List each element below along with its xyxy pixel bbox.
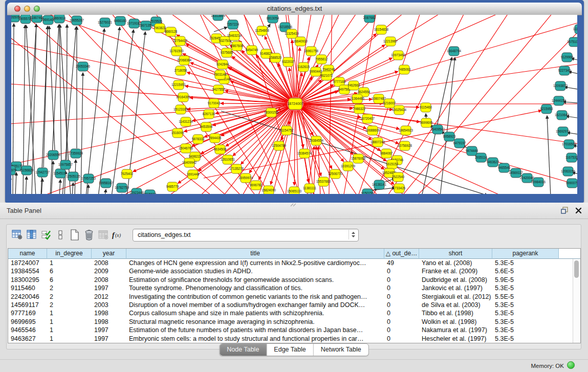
- node-label: 7515526: [150, 19, 163, 23]
- node-label: 17957253: [81, 177, 96, 180]
- delete-table-button[interactable]: [82, 229, 95, 241]
- column-header-short[interactable]: short: [419, 249, 492, 259]
- node-label: 1167531: [565, 156, 577, 159]
- table-row[interactable]: 969969511998Structural magnetic resonanc…: [8, 318, 580, 326]
- row-height-button[interactable]: [54, 229, 67, 241]
- table-cell: 1: [47, 326, 92, 334]
- node-label: 6466160: [114, 19, 127, 23]
- tab-edge-table[interactable]: Edge Table: [266, 344, 313, 356]
- node-label: 11761500: [169, 49, 184, 53]
- memory-status-label: Memory: OK: [531, 363, 564, 369]
- table-toolbar: f (x) citations_edges.txt: [11, 228, 359, 242]
- node-label: 8958923: [443, 135, 456, 138]
- node-label: 9453594: [200, 125, 213, 128]
- column-header-name[interactable]: name: [8, 249, 47, 259]
- float-window-icon[interactable]: [561, 207, 568, 214]
- table-cell: 49: [384, 259, 419, 267]
- column-header-title[interactable]: title: [126, 249, 384, 259]
- node-label: 12063156: [561, 169, 576, 173]
- function-builder-button[interactable]: f (x): [111, 229, 124, 241]
- node-label: 22068384: [177, 58, 192, 62]
- node-label: 18807249: [371, 140, 385, 144]
- table-cell: 5.6E-5: [492, 267, 559, 275]
- splitter-grip-icon[interactable]: [290, 203, 298, 207]
- node-label: 12610651: [221, 158, 235, 161]
- node-label: 7485063: [398, 68, 411, 71]
- table-cell: 0: [384, 326, 419, 334]
- table-select-dropdown[interactable]: citations_edges.txt: [133, 229, 359, 242]
- column-header-in_degree[interactable]: in_degree: [47, 249, 92, 259]
- table-cell: 9115460: [8, 284, 47, 292]
- table-cell: 0: [384, 335, 419, 343]
- table-row[interactable]: 1830029562008Estimation of significance …: [8, 276, 580, 284]
- node-label: 7894435: [209, 136, 222, 140]
- table-row[interactable]: 946554611997Estimation of the future num…: [8, 326, 580, 334]
- tab-node-table[interactable]: Node Table: [220, 344, 266, 356]
- table-cell: Nakamura et al. (1997): [419, 326, 492, 334]
- table-cell: 9777169: [8, 309, 47, 317]
- node-label: 3624554: [358, 90, 371, 94]
- node-label: 9150158: [361, 191, 374, 194]
- new-table-button[interactable]: [68, 229, 81, 241]
- network-window-titlebar[interactable]: citations_edges.txt: [7, 3, 582, 15]
- table-cell: Jankovic et al. (1997): [419, 284, 492, 292]
- table-settings-button[interactable]: [11, 229, 24, 241]
- tab-network-table[interactable]: Network Table: [313, 344, 368, 356]
- node-label: 15537663: [316, 180, 331, 183]
- node-label: 16154838: [374, 28, 389, 31]
- node-label: 9474444: [466, 149, 478, 152]
- table-cell: Stergiakouli et al. (2012): [419, 293, 492, 301]
- table-body: 1872400712008Changes of HCN gene express…: [8, 259, 580, 343]
- node-label: 15046766: [179, 146, 193, 150]
- node-label: 9227343: [558, 69, 571, 72]
- table-row[interactable]: 1456911722003Disruption of a novel membe…: [8, 301, 580, 309]
- node-label: 22420046: [520, 176, 535, 180]
- node-label: 15876068: [351, 157, 366, 160]
- table-cell: 5.3E-5: [492, 326, 559, 334]
- node-label: 19164391: [176, 95, 191, 99]
- node-label: 10688609: [365, 128, 380, 132]
- table-row[interactable]: 2242004622012Investigating the contribut…: [8, 293, 580, 301]
- node-label: 12213967: [383, 39, 398, 43]
- node-label: 19218506: [278, 25, 293, 29]
- node-label: 12754412: [173, 39, 188, 42]
- table-cell: 2: [47, 293, 92, 301]
- column-header-out_de[interactable]: △ out_de…: [384, 249, 419, 259]
- table-cell: Structural magnetic resonance image aver…: [126, 318, 384, 326]
- network-canvas[interactable]: 2326505919055724218674662069140698606141…: [11, 15, 577, 194]
- node-label: 6479197: [453, 141, 466, 145]
- node-label: 9815683: [144, 192, 157, 194]
- column-header-year[interactable]: year: [92, 249, 126, 259]
- table-cell: 5.3E-5: [492, 309, 559, 317]
- node-label: 19384554: [309, 139, 324, 142]
- table-row[interactable]: 977716911998Corpus callosum shape and si…: [8, 309, 580, 317]
- node-label: 8215953: [540, 107, 553, 111]
- node-label: 7940248: [322, 68, 335, 71]
- table-row[interactable]: 1872400712008Changes of HCN gene express…: [8, 259, 580, 267]
- node-label: 20053346: [76, 64, 91, 68]
- select-columns-button[interactable]: [25, 229, 38, 241]
- import-table-button: [97, 229, 110, 241]
- node-label: 9129966: [561, 55, 574, 59]
- table-cell: 1: [47, 335, 92, 343]
- node-label: 16640910: [293, 39, 308, 43]
- scrollbar-thumb[interactable]: [574, 260, 579, 278]
- node-label: 16782759: [115, 186, 129, 189]
- table-row[interactable]: 911546021997Tourette syndrome. Phenomeno…: [8, 284, 580, 292]
- node-label: 5878333: [192, 137, 205, 141]
- table-cell: 18300295: [8, 276, 47, 284]
- column-header-pagerank[interactable]: pagerank: [492, 249, 559, 259]
- table-cell: 1998: [92, 318, 126, 326]
- network-view-window: citations_edges.txt 23265059190557242186…: [5, 0, 584, 203]
- node-label: 14569117: [509, 171, 523, 174]
- close-panel-icon[interactable]: [575, 207, 582, 214]
- table-cell: 5.3E-5: [492, 335, 559, 343]
- node-label: 11254808: [255, 29, 269, 32]
- table-scrollbar[interactable]: [573, 259, 580, 343]
- table-cell: 5.3E-5: [492, 318, 559, 326]
- node-label: 11156829: [19, 168, 34, 172]
- table-cell: 5.5E-5: [492, 293, 559, 301]
- table-row[interactable]: 1938455462009Genome-wide association stu…: [8, 267, 580, 275]
- table-row[interactable]: 946362711997Embryonic stem cells: a mode…: [8, 335, 580, 343]
- select-rows-button[interactable]: [39, 229, 52, 241]
